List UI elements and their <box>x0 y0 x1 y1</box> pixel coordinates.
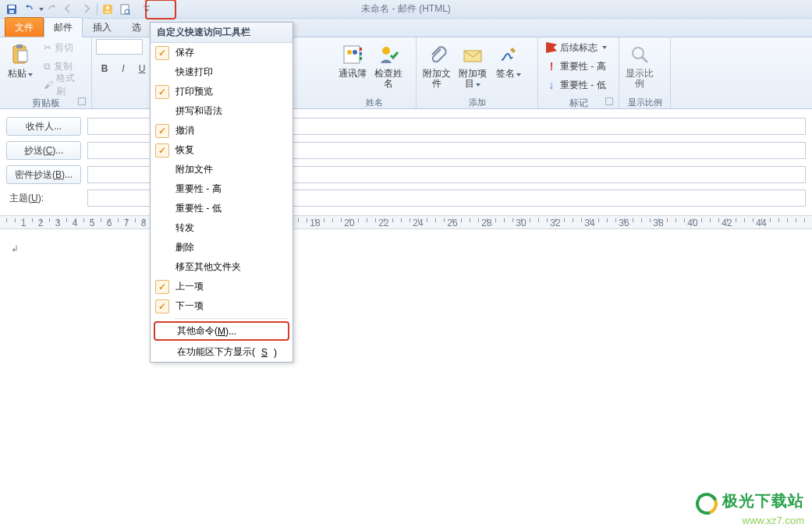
check-icon <box>155 221 169 235</box>
tab-mail[interactable]: 邮件 <box>44 17 83 37</box>
svg-rect-10 <box>16 44 23 48</box>
paperclip-icon <box>424 42 449 67</box>
exclamation-icon: ! <box>546 60 557 73</box>
follow-up-button[interactable]: 后续标志 <box>542 39 615 56</box>
paste-button[interactable]: 粘贴 <box>4 39 37 92</box>
watermark: 极光下载站 www.xz7.com <box>696 490 804 526</box>
menu-item-more-commands[interactable]: 其他命令(M)... <box>154 321 289 341</box>
dialog-launcher-icon[interactable] <box>78 97 86 105</box>
group-label-clipboard: 剪贴板 <box>4 96 87 108</box>
account-settings-icon[interactable] <box>99 2 116 17</box>
paste-icon <box>8 42 33 67</box>
low-importance-button[interactable]: ↓重要性 - 低 <box>542 76 615 94</box>
signature-button[interactable]: 签名 <box>492 39 525 92</box>
menu-item[interactable]: ✓上一项 <box>151 277 293 296</box>
svg-rect-16 <box>360 52 362 55</box>
cc-button[interactable]: 抄送(C)... <box>6 141 81 160</box>
ribbon: 粘贴 ✂剪切 ⧉复制 🖌格式刷 剪贴板 B I U <box>0 37 812 109</box>
previous-item-icon[interactable] <box>61 2 78 17</box>
check-names-button[interactable]: 检查姓名 <box>372 39 405 92</box>
attach-item-button[interactable]: 附加项目 <box>456 39 489 92</box>
address-book-icon <box>340 42 365 67</box>
menu-item-label: 重要性 - 高 <box>176 182 222 196</box>
attach-item-label: 附加项目 <box>457 69 488 89</box>
ruler[interactable]: 1234567814161820222426283032343638404244 <box>0 215 812 229</box>
zoom-button[interactable]: 显示比例 <box>623 39 656 92</box>
check-icon <box>155 104 169 119</box>
watermark-url: www.xz7.com <box>696 515 804 526</box>
check-icon: ✓ <box>155 143 169 158</box>
group-clipboard: 粘贴 ✂剪切 ⧉复制 🖌格式刷 剪贴板 <box>0 37 92 108</box>
menu-item[interactable]: ✓恢复 <box>151 140 293 160</box>
subject-label: 主题(U): <box>6 192 81 205</box>
bold-button[interactable]: B <box>96 60 113 77</box>
menu-item[interactable]: 附加文件 <box>151 160 293 179</box>
check-names-label: 检查姓名 <box>373 69 404 89</box>
format-painter-button[interactable]: 🖌格式刷 <box>40 76 87 94</box>
svg-rect-2 <box>9 10 14 13</box>
tab-file[interactable]: 文件 <box>5 17 44 37</box>
menu-item[interactable]: ✓撤消 <box>151 121 293 140</box>
group-label-zoom: 显示比例 <box>623 96 666 108</box>
check-icon: ✓ <box>155 124 169 138</box>
to-button[interactable]: 收件人... <box>6 117 81 136</box>
ribbon-tabs: 文件 邮件 插入 选 <box>0 19 812 37</box>
svg-rect-1 <box>9 5 15 9</box>
menu-item-label: 撤消 <box>176 124 194 137</box>
signature-label: 签名 <box>496 69 521 79</box>
menu-item[interactable]: ✓下一项 <box>151 296 293 316</box>
menu-item[interactable]: 删除 <box>151 238 293 257</box>
bcc-button[interactable]: 密件抄送(B)... <box>6 165 81 184</box>
save-icon[interactable] <box>3 2 20 17</box>
menu-item-label: 打印预览 <box>176 85 213 98</box>
menu-item[interactable]: 拼写和语法 <box>151 101 293 121</box>
group-names: 通讯簿 检查姓名 姓名 <box>332 37 417 108</box>
scissors-icon: ✂ <box>44 42 51 53</box>
paragraph-mark-icon: ↲ <box>11 243 19 254</box>
print-preview-icon[interactable] <box>116 2 133 17</box>
copy-icon: ⧉ <box>44 61 51 72</box>
menu-item-show-below-ribbon[interactable]: 在功能区下方显示(S) <box>151 342 293 362</box>
menu-item[interactable]: 转发 <box>151 218 293 238</box>
group-include: 附加文件 附加项目 签名 添加 <box>417 37 538 108</box>
group-zoom: 显示比例 显示比例 <box>619 37 671 108</box>
tab-insert[interactable]: 插入 <box>83 17 122 37</box>
check-names-icon <box>376 42 401 67</box>
menu-item[interactable]: ✓保存 <box>151 43 293 62</box>
paste-label: 粘贴 <box>8 69 33 79</box>
menu-item[interactable]: 移至其他文件夹 <box>151 257 293 277</box>
signature-icon <box>496 42 521 67</box>
underline-button[interactable]: U <box>133 60 151 77</box>
svg-point-20 <box>633 48 644 58</box>
flag-icon <box>546 42 557 53</box>
redo-icon[interactable] <box>44 2 61 17</box>
next-item-icon[interactable] <box>78 2 95 17</box>
check-icon <box>155 182 169 196</box>
attach-file-button[interactable]: 附加文件 <box>420 39 453 92</box>
menu-item[interactable]: 重要性 - 高 <box>151 179 293 199</box>
svg-point-13 <box>347 50 352 55</box>
message-body[interactable]: ↲ <box>0 229 812 479</box>
check-icon <box>155 260 169 274</box>
dialog-launcher-icon[interactable] <box>605 97 613 105</box>
menu-item[interactable]: 重要性 - 低 <box>151 199 293 218</box>
menu-item-label: 快速打印 <box>176 65 213 79</box>
font-name-combo[interactable] <box>96 39 143 55</box>
zoom-label: 显示比例 <box>624 69 655 89</box>
check-icon: ✓ <box>155 280 169 294</box>
group-label-names: 姓名 <box>336 96 412 108</box>
svg-point-14 <box>353 50 357 55</box>
cut-button[interactable]: ✂剪切 <box>40 39 87 56</box>
group-label-include: 添加 <box>420 96 534 108</box>
undo-icon[interactable] <box>20 2 37 17</box>
check-icon <box>155 65 169 80</box>
italic-button[interactable]: I <box>115 60 132 77</box>
menu-item[interactable]: ✓打印预览 <box>151 82 293 101</box>
check-icon: ✓ <box>155 299 169 313</box>
check-icon: ✓ <box>155 46 169 60</box>
menu-item[interactable]: 快速打印 <box>151 62 293 82</box>
high-importance-button[interactable]: !重要性 - 高 <box>542 58 615 75</box>
svg-point-4 <box>106 6 109 9</box>
address-book-button[interactable]: 通讯簿 <box>336 39 369 92</box>
menu-item-label: 拼写和语法 <box>176 104 222 118</box>
